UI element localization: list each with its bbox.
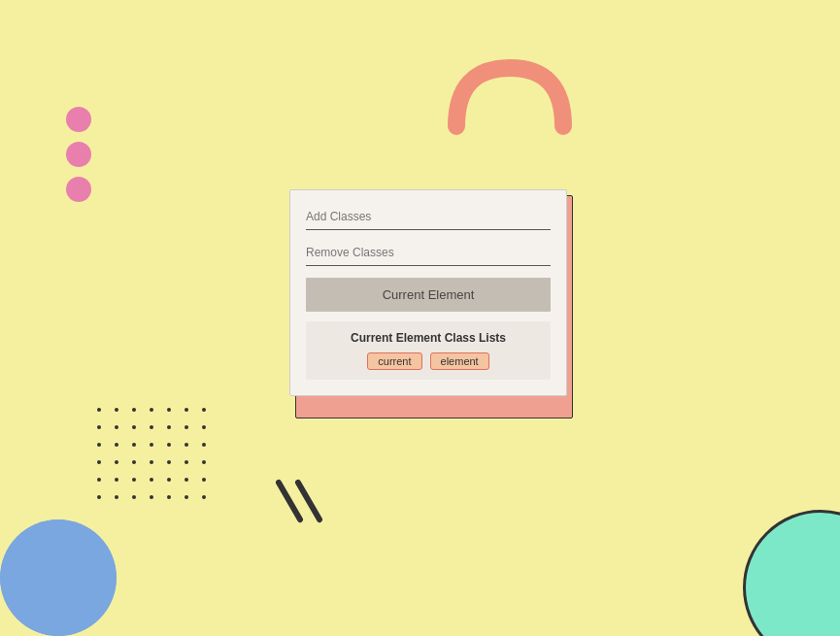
diagonal-lines: [282, 477, 317, 529]
current-element-button[interactable]: Current Element: [306, 278, 551, 312]
dot-grid: [97, 408, 212, 505]
add-classes-input[interactable]: [306, 206, 551, 230]
diag-line-1: [275, 479, 304, 523]
add-classes-group: [306, 206, 551, 230]
dot-grid-inner: [97, 408, 212, 505]
blue-semicircle: [0, 519, 117, 636]
circle-3: [66, 177, 91, 202]
circle-2: [66, 142, 91, 167]
remove-classes-group: [306, 242, 551, 266]
remove-classes-input[interactable]: [306, 242, 551, 266]
decorative-circles: [66, 107, 91, 202]
green-semicircle: [743, 500, 840, 636]
arch-svg: [447, 58, 573, 136]
class-list-title: Current Element Class Lists: [316, 331, 541, 345]
class-tags: current element: [316, 352, 541, 370]
pink-arch: [447, 58, 573, 140]
card-front: Current Element Current Element Class Li…: [289, 189, 567, 396]
class-tag-element[interactable]: element: [430, 352, 489, 370]
class-list-section: Current Element Class Lists current elem…: [306, 321, 551, 380]
diag-line-2: [294, 479, 323, 523]
circle-1: [66, 107, 91, 132]
class-tag-current[interactable]: current: [367, 352, 421, 370]
card-wrapper: Current Element Current Element Class Li…: [289, 189, 573, 396]
